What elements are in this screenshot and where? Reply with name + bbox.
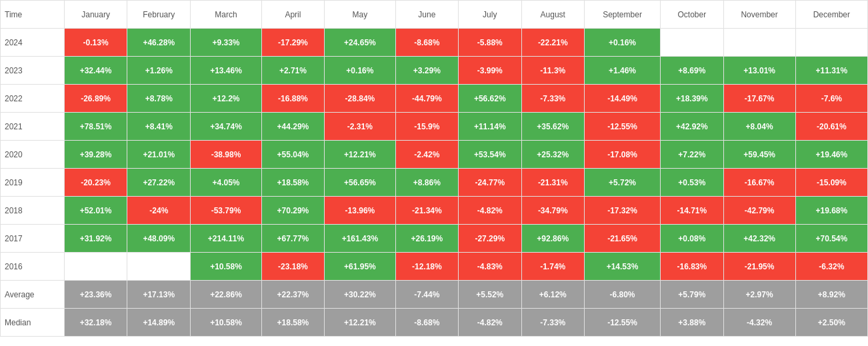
cell-2017-2: +214.11% bbox=[191, 225, 261, 253]
cell-2022-10: -17.67% bbox=[723, 85, 795, 113]
table-row: 2017+31.92%+48.09%+214.11%+67.77%+161.43… bbox=[1, 225, 868, 253]
cell-2018-11: +19.68% bbox=[795, 197, 867, 225]
cell-2019-2: +4.05% bbox=[191, 169, 261, 197]
year-label: 2017 bbox=[1, 225, 65, 253]
cell-2021-3: +44.29% bbox=[261, 113, 324, 141]
cell-2017-7: +92.86% bbox=[521, 225, 584, 253]
cell-2022-3: -16.88% bbox=[261, 85, 324, 113]
median-cell-1: +14.89% bbox=[127, 309, 191, 337]
cell-2024-1: +46.28% bbox=[127, 29, 191, 57]
cell-2020-9: +7.22% bbox=[661, 141, 723, 169]
average-cell-11: +8.92% bbox=[795, 281, 867, 309]
cell-2017-3: +67.77% bbox=[261, 225, 324, 253]
cell-2016-1 bbox=[127, 253, 191, 281]
average-cell-3: +22.37% bbox=[261, 281, 324, 309]
median-row: Median+32.18%+14.89%+10.58%+18.58%+12.21… bbox=[1, 309, 868, 337]
cell-2022-5: -44.79% bbox=[395, 85, 458, 113]
cell-2019-3: +18.58% bbox=[261, 169, 324, 197]
cell-2017-10: +42.32% bbox=[723, 225, 795, 253]
cell-2021-5: -15.9% bbox=[395, 113, 458, 141]
cell-2020-5: -2.42% bbox=[395, 141, 458, 169]
average-cell-6: +5.52% bbox=[459, 281, 521, 309]
cell-2018-1: -24% bbox=[127, 197, 191, 225]
cell-2023-7: -11.3% bbox=[521, 57, 584, 85]
monthly-returns-table: TimeJanuaryFebruaryMarchAprilMayJuneJuly… bbox=[0, 0, 868, 337]
cell-2023-8: +1.46% bbox=[584, 57, 660, 85]
average-cell-5: -7.44% bbox=[395, 281, 458, 309]
cell-2019-8: +5.72% bbox=[584, 169, 660, 197]
cell-2021-7: +35.62% bbox=[521, 113, 584, 141]
year-label: 2024 bbox=[1, 29, 65, 57]
cell-2019-1: +27.22% bbox=[127, 169, 191, 197]
median-label: Median bbox=[1, 309, 65, 337]
year-label: 2022 bbox=[1, 85, 65, 113]
cell-2018-10: -42.79% bbox=[723, 197, 795, 225]
column-header-july: July bbox=[459, 1, 521, 29]
year-label: 2020 bbox=[1, 141, 65, 169]
cell-2020-11: +19.46% bbox=[795, 141, 867, 169]
table-row: 2016+10.58%-23.18%+61.95%-12.18%-4.83%-1… bbox=[1, 253, 868, 281]
table-row: 2023+32.44%+1.26%+13.46%+2.71%+0.16%+3.2… bbox=[1, 57, 868, 85]
cell-2020-2: -38.98% bbox=[191, 141, 261, 169]
year-label: 2023 bbox=[1, 57, 65, 85]
cell-2022-4: -28.84% bbox=[325, 85, 395, 113]
median-cell-9: +3.88% bbox=[661, 309, 723, 337]
cell-2023-5: +3.29% bbox=[395, 57, 458, 85]
table-header: TimeJanuaryFebruaryMarchAprilMayJuneJuly… bbox=[1, 1, 868, 29]
cell-2022-8: -14.49% bbox=[584, 85, 660, 113]
cell-2024-7: -22.21% bbox=[521, 29, 584, 57]
column-header-august: August bbox=[521, 1, 584, 29]
median-cell-5: -8.68% bbox=[395, 309, 458, 337]
median-cell-11: +2.50% bbox=[795, 309, 867, 337]
column-header-february: February bbox=[127, 1, 191, 29]
cell-2022-0: -26.89% bbox=[64, 85, 127, 113]
cell-2017-5: +26.19% bbox=[395, 225, 458, 253]
cell-2019-4: +56.65% bbox=[325, 169, 395, 197]
cell-2016-9: -16.83% bbox=[661, 253, 723, 281]
median-cell-10: -4.32% bbox=[723, 309, 795, 337]
cell-2022-11: -7.6% bbox=[795, 85, 867, 113]
column-header-november: November bbox=[723, 1, 795, 29]
cell-2024-2: +9.33% bbox=[191, 29, 261, 57]
cell-2016-0 bbox=[64, 253, 127, 281]
cell-2019-9: +0.53% bbox=[661, 169, 723, 197]
column-header-march: March bbox=[191, 1, 261, 29]
year-label: 2016 bbox=[1, 253, 65, 281]
table-row: 2022-26.89%+8.78%+12.2%-16.88%-28.84%-44… bbox=[1, 85, 868, 113]
cell-2024-4: +24.65% bbox=[325, 29, 395, 57]
average-cell-7: +6.12% bbox=[521, 281, 584, 309]
cell-2020-1: +21.01% bbox=[127, 141, 191, 169]
cell-2022-9: +18.39% bbox=[661, 85, 723, 113]
cell-2018-3: +70.29% bbox=[261, 197, 324, 225]
cell-2020-6: +53.54% bbox=[459, 141, 521, 169]
cell-2024-3: -17.29% bbox=[261, 29, 324, 57]
cell-2021-4: -2.31% bbox=[325, 113, 395, 141]
cell-2021-9: +42.92% bbox=[661, 113, 723, 141]
column-header-january: January bbox=[64, 1, 127, 29]
cell-2020-3: +55.04% bbox=[261, 141, 324, 169]
cell-2019-7: -21.31% bbox=[521, 169, 584, 197]
table-row: 2020+39.28%+21.01%-38.98%+55.04%+12.21%-… bbox=[1, 141, 868, 169]
table-row: 2024-0.13%+46.28%+9.33%-17.29%+24.65%-8.… bbox=[1, 29, 868, 57]
column-header-time: Time bbox=[1, 1, 65, 29]
cell-2017-6: -27.29% bbox=[459, 225, 521, 253]
cell-2020-0: +39.28% bbox=[64, 141, 127, 169]
cell-2020-7: +25.32% bbox=[521, 141, 584, 169]
cell-2023-2: +13.46% bbox=[191, 57, 261, 85]
cell-2024-11 bbox=[795, 29, 867, 57]
table-row: 2018+52.01%-24%-53.79%+70.29%-13.96%-21.… bbox=[1, 197, 868, 225]
cell-2020-8: -17.08% bbox=[584, 141, 660, 169]
average-label: Average bbox=[1, 281, 65, 309]
average-cell-8: -6.80% bbox=[584, 281, 660, 309]
cell-2022-6: +56.62% bbox=[459, 85, 521, 113]
cell-2018-7: -34.79% bbox=[521, 197, 584, 225]
average-cell-2: +22.86% bbox=[191, 281, 261, 309]
cell-2024-5: -8.68% bbox=[395, 29, 458, 57]
cell-2024-8: +0.16% bbox=[584, 29, 660, 57]
column-header-september: September bbox=[584, 1, 660, 29]
cell-2020-4: +12.21% bbox=[325, 141, 395, 169]
cell-2017-1: +48.09% bbox=[127, 225, 191, 253]
cell-2017-4: +161.43% bbox=[325, 225, 395, 253]
column-header-june: June bbox=[395, 1, 458, 29]
cell-2021-8: -12.55% bbox=[584, 113, 660, 141]
